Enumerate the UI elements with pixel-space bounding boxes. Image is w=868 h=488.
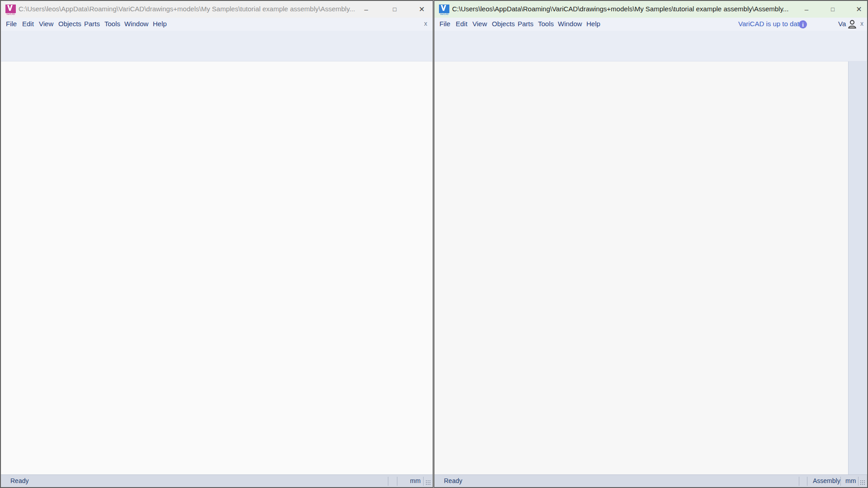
svg-text:VariCAD: VariCAD	[440, 13, 448, 15]
svg-text:i: i	[802, 21, 804, 28]
svg-text:VariCAD: VariCAD	[6, 13, 15, 15]
